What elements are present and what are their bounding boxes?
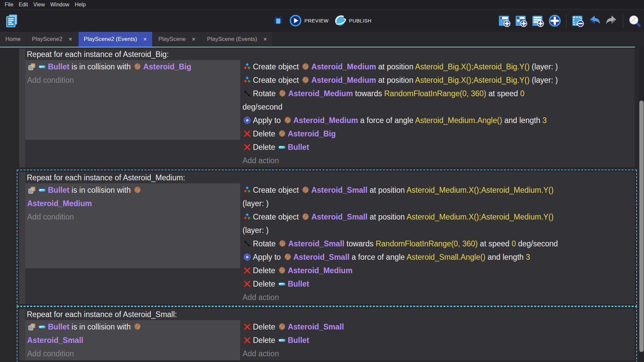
action-line[interactable]: Apply to Asteroid_Small a force of angle…	[243, 250, 635, 264]
add-condition-link[interactable]: Add condition	[27, 210, 240, 224]
expression-text: Asteroid_Small.Angle()	[407, 253, 485, 261]
event-block[interactable]: Repeat for each instance of Asteroid_Big…	[19, 49, 635, 167]
delete-icon	[243, 322, 252, 331]
menu-item-file[interactable]: File	[2, 0, 16, 9]
expression-text: RandomFloatInRange(0, 360)	[384, 89, 486, 98]
tab-label: Home	[5, 36, 20, 43]
event-gutter[interactable]	[19, 49, 25, 167]
add-action-link[interactable]: Add action	[243, 347, 635, 360]
menu-item-view[interactable]: View	[31, 0, 47, 9]
tab-close-icon[interactable]: ✕	[263, 37, 267, 42]
menu-item-window[interactable]: Window	[48, 0, 72, 9]
delete-icon	[243, 266, 252, 275]
object-name: Bullet	[288, 336, 309, 345]
expression-text: 3	[526, 253, 530, 261]
event-text: deg/second	[243, 103, 282, 111]
actions-column: Create object Asteroid_Medium at positio…	[240, 60, 635, 167]
event-text: Apply to	[253, 116, 283, 125]
event-gutter[interactable]	[19, 309, 25, 360]
action-line[interactable]: Create object Asteroid_Medium at positio…	[243, 73, 635, 87]
tab-playscene[interactable]: PlayScene✕	[153, 32, 201, 47]
redo-button[interactable]	[605, 14, 618, 27]
tab-label: PlayScene	[158, 36, 185, 43]
event-header[interactable]: Repeat for each instance of Asteroid_Sma…	[25, 309, 635, 320]
action-line[interactable]: Delete Bullet	[243, 277, 635, 291]
debugger-button[interactable]	[273, 15, 284, 27]
menu-item-help[interactable]: Help	[72, 0, 89, 9]
remove-events-icon	[571, 14, 585, 27]
add-external-layout-button[interactable]	[515, 14, 528, 27]
add-event-button[interactable]	[548, 14, 561, 27]
event-text: Delete	[253, 143, 277, 152]
publish-button[interactable]: PUBLISH	[334, 14, 371, 27]
action-line[interactable]: Delete Asteroid_Medium	[243, 264, 635, 277]
action-line[interactable]: Delete Asteroid_Small	[243, 320, 635, 334]
undo-button[interactable]	[588, 14, 601, 27]
event-text: Delete	[253, 280, 277, 288]
event-text: at position	[376, 62, 415, 71]
expression-text: Asteroid_Medium.X();Asteroid_Medium.Y()	[407, 213, 553, 221]
remove-events-button[interactable]	[571, 14, 585, 27]
action-line[interactable]: Rotate Asteroid_Medium towards RandomFlo…	[243, 87, 635, 114]
add-external-events-button[interactable]	[531, 14, 545, 27]
event-block[interactable]: Repeat for each instance of Asteroid_Med…	[19, 172, 635, 304]
event-text: at position	[368, 213, 407, 221]
action-line[interactable]: Create object Asteroid_Medium at positio…	[243, 60, 635, 73]
asteroid-icon	[278, 266, 286, 275]
tab-playscene2-events[interactable]: PlayScene2 (Events)✕	[78, 32, 152, 47]
scrollbar-thumb[interactable]	[639, 101, 644, 352]
add-scene-icon	[498, 14, 511, 27]
tab-close-icon[interactable]: ✕	[68, 37, 72, 42]
asteroid-icon	[301, 76, 310, 84]
bullet-icon	[278, 336, 286, 345]
menu-item-edit[interactable]: Edit	[16, 0, 31, 9]
conditions-column: Bullet is in collision with Asteroid_Big…	[25, 60, 240, 140]
event-content: Repeat for each instance of Asteroid_Sma…	[25, 309, 635, 360]
event-gutter[interactable]	[19, 172, 25, 304]
action-line[interactable]: Delete Bullet	[243, 140, 635, 154]
object-name: Asteroid_Medium	[288, 89, 353, 98]
event-block[interactable]: Repeat for each instance of Asteroid_Sma…	[19, 309, 635, 360]
tab-playscene-events[interactable]: PlayScene (Events)✕	[202, 32, 272, 47]
tab-close-icon[interactable]: ✕	[143, 37, 147, 42]
object-name: Asteroid_Medium	[288, 266, 353, 275]
tab-close-icon[interactable]: ✕	[192, 37, 196, 42]
object-name: Asteroid_Small	[311, 186, 367, 194]
toolbar-separator	[623, 14, 623, 28]
action-line[interactable]: Delete Asteroid_Big	[243, 127, 635, 140]
object-name: Bullet	[48, 62, 69, 71]
event-text: (layer: )	[530, 62, 558, 71]
event-text: Delete	[253, 336, 277, 345]
bullet-icon	[38, 322, 47, 331]
object-name: Bullet	[288, 143, 309, 152]
condition-line[interactable]: Bullet is in collision with Asteroid_Big	[27, 60, 240, 73]
expression-text: 3	[542, 116, 547, 125]
condition-line[interactable]: Bullet is in collision with Asteroid_Med…	[27, 183, 240, 210]
preview-button[interactable]: PREVIEW	[289, 14, 329, 27]
expression-text: 0	[512, 239, 516, 248]
action-line[interactable]: Create object Asteroid_Small at position…	[243, 183, 635, 210]
condition-line[interactable]: Bullet is in collision with Asteroid_Sma…	[27, 320, 240, 347]
tab-home[interactable]: Home	[0, 32, 26, 47]
create-icon	[243, 76, 252, 84]
action-line[interactable]: Create object Asteroid_Small at position…	[243, 210, 635, 237]
search-button[interactable]	[628, 14, 641, 27]
add-condition-link[interactable]: Add condition	[27, 73, 240, 87]
action-line[interactable]: Apply to Asteroid_Medium a force of angl…	[243, 114, 635, 127]
asteroid-icon	[283, 253, 292, 261]
add-scene-button[interactable]	[498, 14, 511, 27]
asteroid-icon	[283, 116, 292, 125]
event-content: Repeat for each instance of Asteroid_Med…	[25, 172, 635, 304]
add-action-link[interactable]: Add action	[243, 154, 635, 167]
action-line[interactable]: Delete Bullet	[243, 334, 635, 347]
add-condition-link[interactable]: Add condition	[27, 347, 240, 360]
action-line[interactable]: Rotate Asteroid_Small towards RandomFloa…	[243, 237, 635, 250]
project-manager-button[interactable]	[5, 13, 19, 28]
vertical-scrollbar[interactable]	[639, 48, 644, 362]
actions-column: Delete Asteroid_SmallDelete BulletAdd ac…	[240, 320, 635, 360]
tab-playscene2[interactable]: PlayScene2✕	[26, 32, 77, 47]
add-action-link[interactable]: Add action	[243, 291, 635, 304]
event-header[interactable]: Repeat for each instance of Asteroid_Big…	[25, 49, 635, 60]
event-header[interactable]: Repeat for each instance of Asteroid_Med…	[25, 172, 635, 183]
object-name: Asteroid_Big	[288, 129, 336, 138]
